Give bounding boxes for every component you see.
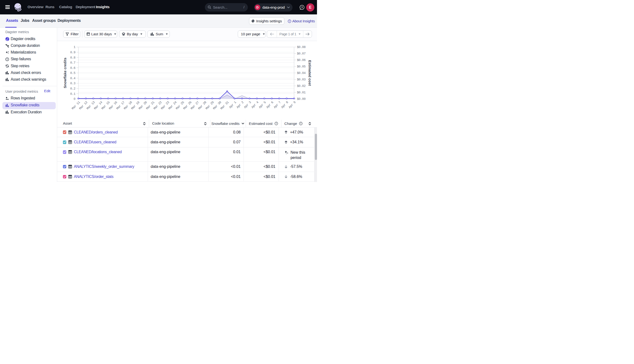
svg-text:0: 0 (74, 97, 75, 101)
svg-text:$0.02: $0.02 (297, 84, 306, 88)
svg-text:Apr 8: Apr 8 (280, 100, 289, 109)
svg-text:1: 1 (74, 46, 76, 49)
svg-text:Apr 1: Apr 1 (228, 100, 237, 109)
svg-text:$0.05: $0.05 (297, 65, 306, 68)
svg-text:0.5: 0.5 (70, 71, 75, 75)
svg-text:Apr 4: Apr 4 (250, 100, 259, 109)
svg-text:$0.00: $0.00 (297, 97, 306, 101)
svg-text:$0.08: $0.08 (297, 46, 306, 49)
svg-text:0.4: 0.4 (70, 76, 76, 80)
svg-text:0.1: 0.1 (70, 92, 76, 96)
svg-text:$0.01: $0.01 (297, 91, 306, 94)
svg-text:Mar 31: Mar 31 (220, 100, 229, 110)
svg-text:Snowflake credits: Snowflake credits (63, 58, 67, 88)
svg-text:Apr 3: Apr 3 (243, 100, 252, 109)
svg-text:$0.03: $0.03 (297, 78, 306, 82)
svg-text:Estimated cost: Estimated cost (308, 60, 312, 86)
svg-text:0.6: 0.6 (70, 66, 75, 70)
svg-text:0.9: 0.9 (70, 50, 75, 54)
svg-text:Apr 9: Apr 9 (288, 100, 296, 109)
svg-text:0.8: 0.8 (70, 56, 75, 59)
svg-text:Apr 5: Apr 5 (258, 100, 266, 109)
svg-text:Apr 7: Apr 7 (273, 100, 282, 109)
svg-text:Apr 2: Apr 2 (236, 100, 244, 109)
svg-text:0.7: 0.7 (70, 61, 75, 64)
svg-text:$0.04: $0.04 (297, 71, 306, 75)
svg-text:0.2: 0.2 (70, 87, 75, 90)
svg-text:0.3: 0.3 (70, 82, 75, 85)
svg-text:Apr 6: Apr 6 (265, 100, 274, 109)
svg-text:$0.06: $0.06 (297, 58, 306, 62)
svg-text:?: ? (301, 6, 303, 9)
svg-text:$0.07: $0.07 (297, 52, 306, 56)
